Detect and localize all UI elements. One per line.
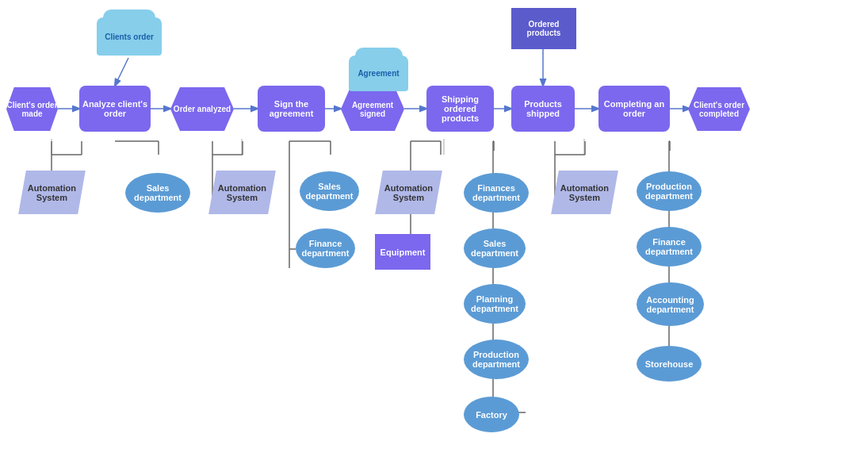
planning-label: Planning department [464,294,526,313]
shipping-label: Shipping ordered products [426,94,494,123]
production1-label: Production department [464,350,529,369]
completing-node: Completing an order [598,86,670,132]
finance2-node: Finance department [637,227,702,267]
storehouse-label: Storehouse [645,359,694,369]
storehouse-node: Storehouse [637,346,702,382]
factory-node: Factory [464,397,519,432]
svg-line-8 [115,58,128,86]
auto1-node: Automation System [18,171,86,214]
auto2-label: Automation System [212,183,272,202]
finances-node: Finances department [464,173,529,213]
equipment-label: Equipment [380,247,426,257]
auto3-label: Automation System [379,183,438,202]
finances-label: Finances department [464,183,529,202]
accounting-node: Accounting department [637,282,704,326]
auto4-node: Automation System [551,171,618,214]
doc-agreement: Agreement [349,56,408,91]
sign-node: Sign the agreement [258,86,325,132]
products-shipped-node: Products shipped [511,86,575,132]
analyze-node: Analyze client's order [79,86,151,132]
client-order-made-label: Client's order made [6,101,58,118]
doc-clients-order-label: Clients order [105,33,154,41]
sign-label: Sign the agreement [258,99,325,118]
completing-label: Completing an order [598,99,670,118]
sales1-node: Sales department [125,173,190,213]
order-analyzed-node: Order analyzed [170,87,234,131]
doc-agreement-label: Agreement [358,69,399,78]
production2-label: Production department [637,182,702,201]
products-shipped-label: Products shipped [511,99,575,118]
doc-ordered-label: Ordered products [511,20,576,37]
order-analyzed-label: Order analyzed [174,105,231,113]
doc-clients-order: Clients order [97,17,162,56]
auto2-node: Automation System [208,171,276,214]
analyze-label: Analyze client's order [79,99,151,118]
finance1-label: Finance department [296,239,355,258]
auto1-label: Automation System [22,183,82,202]
auto3-node: Automation System [375,171,442,214]
auto4-label: Automation System [555,183,614,202]
factory-label: Factory [476,410,507,420]
agreement-signed-label: Agreement signed [341,101,404,118]
sales1-label: Sales department [125,183,190,202]
sales2-node: Sales department [300,171,359,211]
equipment-node: Equipment [375,234,430,270]
doc-ordered-products: Ordered products [511,8,576,49]
client-completed-node: Client's order completed [688,87,750,131]
agreement-signed-node: Agreement signed [341,87,404,131]
client-completed-label: Client's order completed [688,101,750,118]
planning-node: Planning department [464,284,526,324]
accounting-label: Accounting department [637,295,704,314]
finance1-node: Finance department [296,228,355,268]
shipping-node: Shipping ordered products [426,86,494,132]
production2-node: Production department [637,171,702,211]
sales3-label: Sales department [464,239,526,258]
client-order-made-node: Client's order made [6,87,58,131]
sales3-node: Sales department [464,228,526,268]
finance2-label: Finance department [637,237,702,256]
production1-node: Production department [464,339,529,379]
sales2-label: Sales department [300,182,359,201]
